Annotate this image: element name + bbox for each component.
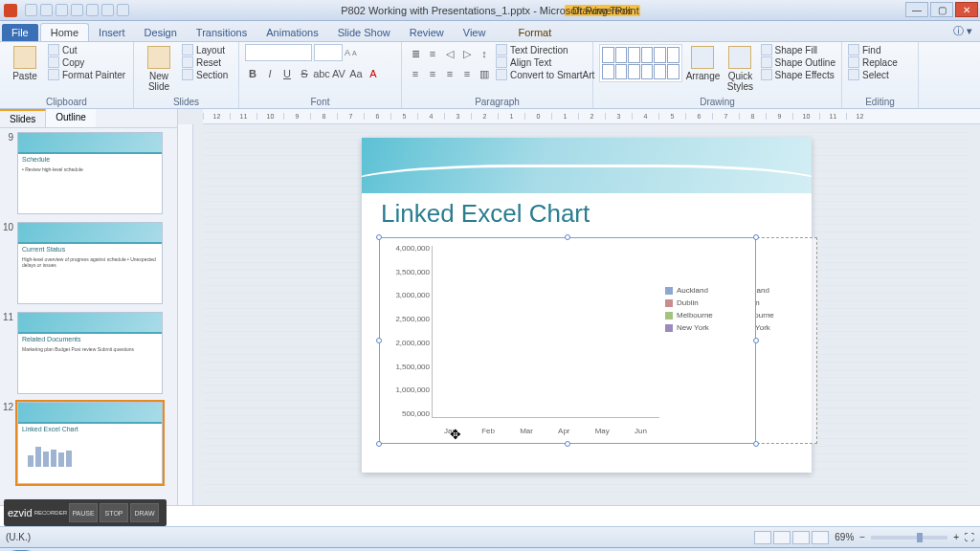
align-text-button[interactable]: Align Text (496, 56, 594, 68)
vertical-ruler (178, 124, 193, 505)
qat-btn[interactable] (117, 4, 129, 16)
cut-label: Cut (62, 45, 78, 55)
tab-design[interactable]: Design (135, 24, 187, 41)
shadow-button[interactable]: abc (314, 66, 329, 81)
quick-access-toolbar[interactable] (25, 4, 129, 16)
tab-home[interactable]: Home (40, 23, 89, 41)
zoom-slider[interactable] (871, 536, 947, 540)
qat-undo-icon[interactable] (40, 4, 53, 16)
text-direction-button[interactable]: Text Direction (496, 44, 594, 55)
selection-handles[interactable] (379, 237, 756, 444)
paste-button[interactable]: Paste (6, 44, 44, 81)
font-color-button[interactable]: A (366, 66, 381, 81)
bullets-button[interactable]: ≣ (408, 46, 423, 61)
windows-taskbar[interactable]: e 📁 📧 W P X ⚑ 🔊 14:18 13/11/2013 (0, 547, 980, 551)
font-family-select[interactable] (245, 44, 312, 61)
underline-button[interactable]: U (279, 66, 295, 81)
format-painter-button[interactable]: Format Painter (48, 69, 125, 80)
align-right-button[interactable]: ≡ (442, 66, 457, 81)
reset-button[interactable]: Reset (182, 56, 228, 68)
italic-button[interactable]: I (262, 66, 278, 81)
align-left-button[interactable]: ≡ (408, 66, 423, 81)
slide-thumbnail[interactable]: Related Documents Marketing plan Budget … (17, 312, 163, 394)
tab-review[interactable]: Review (400, 24, 454, 41)
smartart-button[interactable]: Convert to SmartArt (496, 69, 594, 80)
shapes-gallery[interactable] (599, 44, 682, 82)
outline-tab[interactable]: Outline (46, 109, 96, 127)
new-slide-button[interactable]: New Slide (140, 44, 178, 92)
tab-animations[interactable]: Animations (256, 24, 327, 41)
close-button[interactable]: ✕ (955, 2, 978, 17)
quick-styles-button[interactable]: Quick Styles (724, 44, 756, 92)
spacing-button[interactable]: AV (331, 66, 346, 81)
tab-format[interactable]: Format (508, 24, 561, 41)
find-label: Find (862, 45, 880, 55)
strike-button[interactable]: S (297, 66, 312, 81)
slide-title[interactable]: Linked Excel Chart (381, 199, 590, 229)
layout-icon (182, 44, 193, 55)
shape-outline-button[interactable]: Shape Outline (761, 56, 835, 68)
columns-button[interactable]: ▥ (477, 66, 492, 81)
tab-file[interactable]: File (2, 24, 38, 41)
qat-btn[interactable] (71, 4, 83, 16)
section-button[interactable]: Section (182, 69, 228, 80)
tab-view[interactable]: View (454, 24, 496, 41)
bold-button[interactable]: B (245, 66, 260, 81)
chart-object[interactable]: 4,000,0003,500,0003,000,0002,500,0002,00… (379, 237, 756, 444)
fit-button[interactable]: ⛶ (965, 532, 974, 542)
slide-thumbnail[interactable]: Linked Excel Chart (17, 402, 163, 484)
font-size-select[interactable] (314, 44, 343, 61)
justify-button[interactable]: ≡ (459, 66, 475, 81)
linespacing-button[interactable]: ↕ (477, 46, 492, 61)
textdir-icon (496, 44, 507, 55)
slide-thumbnail[interactable]: Schedule • Review high-level schedule (17, 132, 163, 214)
recorder-stop-button[interactable]: STOP (100, 503, 128, 522)
slide-thumbnail[interactable]: Current Status High-level overview of pr… (17, 222, 163, 304)
maximize-button[interactable]: ▢ (930, 2, 953, 17)
language-indicator[interactable]: (U.K.) (6, 532, 31, 542)
indent-dec-button[interactable]: ◁ (442, 46, 457, 61)
shape-fill-button[interactable]: Shape Fill (761, 44, 835, 55)
fill-icon (761, 44, 772, 55)
qat-save-icon[interactable] (25, 4, 37, 16)
zoom-level[interactable]: 69% (835, 532, 854, 542)
shape-effects-button[interactable]: Shape Effects (761, 69, 835, 80)
numbering-button[interactable]: ≡ (425, 46, 440, 61)
tab-slideshow[interactable]: Slide Show (328, 24, 400, 41)
cut-button[interactable]: Cut (48, 44, 125, 55)
view-buttons[interactable] (754, 531, 829, 544)
group-label: Clipboard (6, 97, 127, 108)
qat-btn[interactable] (86, 4, 99, 16)
minimize-button[interactable]: — (905, 2, 928, 17)
copy-button[interactable]: Copy (48, 56, 125, 68)
slide[interactable]: Linked Excel Chart 4,000,0003,500,0003,0… (362, 138, 812, 473)
layout-button[interactable]: Layout (182, 44, 228, 55)
grow-font-icon[interactable]: A (345, 48, 350, 57)
shrink-font-icon[interactable]: A (352, 50, 357, 56)
select-label: Select (862, 70, 889, 80)
replace-button[interactable]: Replace (848, 56, 898, 68)
screen-recorder-overlay[interactable]: ezvid RECORDER PAUSE STOP DRAW (4, 499, 167, 526)
slides-tab[interactable]: Slides (0, 109, 46, 127)
select-button[interactable]: Select (848, 69, 898, 80)
qat-btn[interactable] (101, 4, 114, 16)
zoom-out-button[interactable]: − (859, 532, 865, 542)
thumbnails-list[interactable]: 9 Schedule • Review high-level schedule … (0, 128, 177, 505)
group-editing: Find Replace Select Editing (842, 42, 919, 108)
group-drawing: Arrange Quick Styles Shape Fill Shape Ou… (593, 42, 842, 108)
qat-redo-icon[interactable] (56, 4, 68, 16)
recorder-pause-button[interactable]: PAUSE (69, 503, 98, 522)
find-button[interactable]: Find (848, 44, 898, 55)
tab-transitions[interactable]: Transitions (187, 24, 256, 41)
zoom-in-button[interactable]: + (953, 532, 959, 542)
slide-editor[interactable]: 1211109876543210123456789101112 Linked E… (178, 109, 980, 505)
case-button[interactable]: Aa (348, 66, 364, 81)
arrange-button[interactable]: Arrange (686, 44, 721, 81)
help-icon[interactable]: ⓘ ▾ (946, 21, 980, 41)
slide-canvas[interactable]: Linked Excel Chart 4,000,0003,500,0003,0… (203, 130, 970, 499)
drawing-tools-label: Drawing Tools (565, 5, 640, 16)
recorder-draw-button[interactable]: DRAW (130, 503, 159, 522)
indent-inc-button[interactable]: ▷ (459, 46, 475, 61)
tab-insert[interactable]: Insert (89, 24, 135, 41)
align-center-button[interactable]: ≡ (425, 66, 440, 81)
